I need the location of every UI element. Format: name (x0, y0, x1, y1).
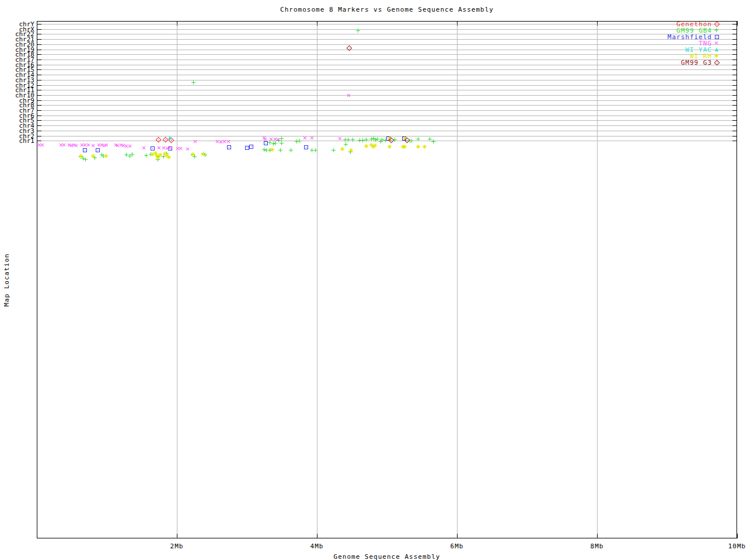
chart-canvas: Chromosome 8 Markers vs Genome Sequence … (0, 0, 747, 560)
y-axis-label-chr11: chr11 (0, 88, 34, 93)
y-axis-label-chr18: chr18 (0, 52, 34, 57)
y-axis-label-chr17: chr17 (0, 57, 34, 62)
x-tick-bottom (737, 534, 738, 538)
plot-area (37, 21, 737, 538)
y-axis-label-chr7: chr7 (0, 108, 34, 113)
y-axis-label-chr16: chr16 (0, 62, 34, 68)
x-tick-label: 2Mb (170, 542, 184, 550)
x-tick-label: 8Mb (591, 542, 604, 550)
y-axis-label-chr22: chr22 (0, 32, 34, 37)
y-axis-label-chr5: chr5 (0, 118, 34, 123)
y-axis-label-chrX: chrX (0, 27, 34, 32)
y-axis-label-chr8: chr8 (0, 103, 34, 108)
y-axis-label-chr6: chr6 (0, 113, 34, 118)
y-axis-label-chr20: chr20 (0, 42, 34, 47)
y-axis-label-chr21: chr21 (0, 37, 34, 42)
x-axis-title: Genome Sequence Assembly (37, 553, 737, 560)
y-axis-title: Map Location (3, 253, 11, 306)
x-tick-label: 6Mb (451, 542, 464, 550)
y-axis-label-chr9: chr9 (0, 98, 34, 103)
y-axis-label-chr2: chr2 (0, 134, 34, 139)
x-tick-top (737, 21, 738, 26)
x-tick-label: 10Mb (728, 542, 746, 550)
y-axis-label-chr12: chr12 (0, 83, 34, 88)
x-tick-label: 4Mb (310, 542, 324, 550)
y-axis-label-chr13: chr13 (0, 78, 34, 83)
y-axis-label-chr4: chr4 (0, 123, 34, 128)
y-axis-label-chr10: chr10 (0, 93, 34, 98)
chart-title: Chromosome 8 Markers vs Genome Sequence … (37, 6, 737, 13)
y-axis-label-chrY: chrY (0, 22, 34, 27)
y-axis-label-chr3: chr3 (0, 128, 34, 134)
y-axis-label-chr15: chr15 (0, 67, 34, 72)
y-axis-label-chr19: chr19 (0, 47, 34, 52)
y-axis-label-chr1: chr1 (0, 138, 34, 144)
y-axis-label-chr14: chr14 (0, 72, 34, 78)
